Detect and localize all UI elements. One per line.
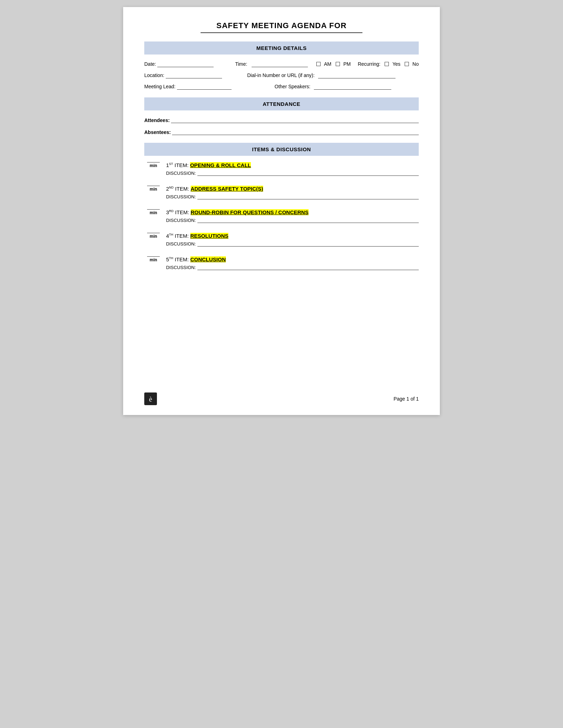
no-checkbox[interactable]	[405, 62, 409, 66]
page-number: Page 1 of 1	[393, 396, 419, 402]
dialin-label: Dial-in Number or URL (if any):	[247, 72, 315, 78]
absentees-label: Absentees:	[144, 129, 171, 135]
item-5-discussion-label: DISCUSSION:	[166, 265, 196, 270]
meeting-details-header: MEETING DETAILS	[144, 41, 419, 55]
location-label: Location:	[144, 72, 164, 78]
item-2-min-label: min	[150, 187, 157, 192]
item-5-ordinal: TH	[169, 256, 173, 260]
item-5-highlighted: CONCLUSION	[190, 256, 226, 262]
meeting-lead-row: Meeting Lead: Other Speakers:	[144, 83, 419, 90]
title-underline	[201, 32, 362, 33]
date-time-row: Date: Time: AM PM Recurring: Yes No	[144, 61, 419, 67]
item-5-discussion-field[interactable]	[197, 264, 419, 270]
item-1-discussion-field[interactable]	[197, 170, 419, 176]
item-3-min-line[interactable]	[147, 209, 160, 210]
item-2-min-block: min	[144, 186, 163, 192]
item-2-discussion-field[interactable]	[197, 194, 419, 199]
item-3-number: 3RD ITEM:	[166, 209, 191, 215]
attendance-header: ATTENDANCE	[144, 97, 419, 110]
item-5-min-line[interactable]	[147, 256, 160, 257]
meeting-details-section: MEETING DETAILS Date: Time: AM PM Recurr…	[144, 41, 419, 90]
item-2-discussion-row: DISCUSSION:	[166, 194, 419, 199]
item-4-discussion-field[interactable]	[197, 241, 419, 247]
item-4-header: min 4TH ITEM: RESOLUTIONS	[144, 233, 419, 239]
item-2-number: 2ND ITEM:	[166, 186, 191, 192]
attendees-row: Attendees:	[144, 117, 419, 123]
item-2-header: min 2ND ITEM: ADDRESS SAFETY TOPIC(S)	[144, 186, 419, 192]
item-1-discussion-row: DISCUSSION:	[166, 170, 419, 176]
other-speakers-label: Other Speakers:	[274, 84, 310, 89]
date-field[interactable]	[157, 61, 214, 67]
item-3-ordinal: RD	[169, 209, 173, 213]
document-page: SAFETY MEETING AGENDA FOR MEETING DETAIL…	[123, 7, 440, 415]
time-field[interactable]	[252, 61, 308, 67]
item-3-discussion-row: DISCUSSION:	[166, 217, 419, 223]
item-4-discussion-row: DISCUSSION:	[166, 241, 419, 247]
dialin-field[interactable]	[318, 72, 396, 78]
item-4-min-line[interactable]	[147, 233, 160, 233]
agenda-item-5: min 5TH ITEM: CONCLUSION DISCUSSION:	[144, 256, 419, 270]
item-2-ordinal: ND	[169, 186, 173, 189]
item-1-min-block: min	[144, 162, 163, 168]
item-3-discussion-field[interactable]	[197, 217, 419, 223]
svg-text:è: è	[149, 395, 152, 403]
location-field[interactable]	[166, 72, 222, 78]
agenda-item-1: min 1ST ITEM: OPENING & ROLL CALL DISCUS…	[144, 162, 419, 176]
item-2-title: 2ND ITEM: ADDRESS SAFETY TOPIC(S)	[166, 186, 263, 192]
item-1-header: min 1ST ITEM: OPENING & ROLL CALL	[144, 162, 419, 168]
items-discussion-header: ITEMS & DISCUSSION	[144, 143, 419, 156]
meeting-lead-field[interactable]	[177, 83, 232, 90]
item-5-min-block: min	[144, 256, 163, 262]
item-1-title: 1ST ITEM: OPENING & ROLL CALL	[166, 162, 251, 168]
pm-label: PM	[343, 61, 351, 67]
yes-checkbox[interactable]	[385, 62, 389, 66]
item-3-min-label: min	[150, 210, 157, 215]
document-title: SAFETY MEETING AGENDA FOR	[144, 21, 419, 30]
item-4-highlighted: RESOLUTIONS	[190, 233, 228, 239]
item-1-highlighted: OPENING & ROLL CALL	[190, 162, 251, 168]
brand-icon: è	[144, 392, 157, 405]
attendance-section: ATTENDANCE Attendees: Absentees:	[144, 97, 419, 135]
attendees-field[interactable]	[171, 117, 419, 123]
absentees-field[interactable]	[172, 129, 419, 135]
item-4-discussion-label: DISCUSSION:	[166, 241, 196, 247]
item-1-min-line[interactable]	[147, 162, 160, 162]
item-1-min-label: min	[150, 163, 157, 168]
item-2-min-line[interactable]	[147, 186, 160, 186]
item-4-min-label: min	[150, 234, 157, 239]
items-discussion-section: ITEMS & DISCUSSION min 1ST ITEM: OPENING…	[144, 143, 419, 270]
other-speakers-field[interactable]	[314, 83, 391, 90]
item-4-ordinal: TH	[169, 233, 173, 236]
agenda-item-3: min 3RD ITEM: ROUND-ROBIN FOR QUESTIONS …	[144, 209, 419, 223]
item-5-title: 5TH ITEM: CONCLUSION	[166, 256, 226, 262]
item-5-discussion-row: DISCUSSION:	[166, 264, 419, 270]
time-label: Time:	[235, 61, 247, 67]
location-dialin-row: Location: Dial-in Number or URL (if any)…	[144, 72, 419, 78]
item-2-highlighted: ADDRESS SAFETY TOPIC(S)	[191, 186, 263, 192]
yes-label: Yes	[392, 61, 400, 67]
absentees-row: Absentees:	[144, 129, 419, 135]
item-4-number: 4TH ITEM:	[166, 233, 190, 239]
am-checkbox[interactable]	[316, 62, 321, 66]
item-3-discussion-label: DISCUSSION:	[166, 218, 196, 223]
item-3-title: 3RD ITEM: ROUND-ROBIN FOR QUESTIONS / CO…	[166, 209, 309, 215]
item-5-header: min 5TH ITEM: CONCLUSION	[144, 256, 419, 262]
meeting-lead-label: Meeting Lead:	[144, 84, 176, 89]
pm-checkbox[interactable]	[336, 62, 340, 66]
item-5-min-label: min	[150, 257, 157, 262]
item-4-title: 4TH ITEM: RESOLUTIONS	[166, 233, 228, 239]
no-label: No	[412, 61, 419, 67]
am-label: AM	[324, 61, 331, 67]
item-1-ordinal: ST	[169, 162, 173, 166]
attendees-label: Attendees:	[144, 117, 170, 123]
agenda-item-2: min 2ND ITEM: ADDRESS SAFETY TOPIC(S) DI…	[144, 186, 419, 199]
item-3-header: min 3RD ITEM: ROUND-ROBIN FOR QUESTIONS …	[144, 209, 419, 215]
item-2-discussion-label: DISCUSSION:	[166, 194, 196, 199]
footer: è Page 1 of 1	[144, 392, 419, 405]
agenda-item-4: min 4TH ITEM: RESOLUTIONS DISCUSSION:	[144, 233, 419, 247]
item-3-min-block: min	[144, 209, 163, 215]
item-4-min-block: min	[144, 233, 163, 239]
item-1-number: 1ST ITEM:	[166, 162, 190, 168]
item-1-discussion-label: DISCUSSION:	[166, 171, 196, 176]
date-label: Date:	[144, 61, 156, 67]
